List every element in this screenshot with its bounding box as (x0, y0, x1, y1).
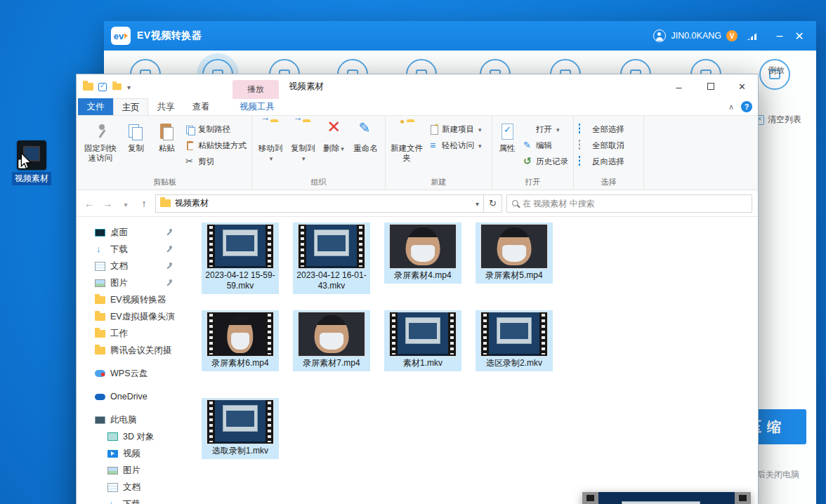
delete-button[interactable]: 删除 (320, 120, 347, 156)
breadcrumb[interactable]: 视频素材 (155, 194, 484, 213)
edit-button[interactable]: 编辑 (520, 138, 570, 153)
sidebar-item[interactable]: 下载 (77, 241, 190, 258)
open-button[interactable]: 打开 (520, 122, 570, 137)
paste-button[interactable]: 粘贴 (152, 120, 181, 155)
ev-user-account[interactable]: JIN0.0KANG V (653, 29, 738, 42)
properties-button[interactable]: 属性 (495, 120, 519, 155)
thumbnail-frame (306, 225, 357, 268)
copy-to-label: 复制到 (289, 143, 317, 164)
sidebar-item[interactable]: EV虚拟摄像头演 (77, 308, 190, 325)
qat-properties-icon[interactable] (98, 83, 107, 91)
file-item[interactable]: 2023-04-12 16-01-43.mkv (293, 223, 370, 294)
search-box[interactable] (506, 194, 752, 213)
new-item-button[interactable]: 新建项目 (426, 122, 484, 137)
drag-preview-filmstrip[interactable]: 左键 左键 (582, 492, 751, 504)
file-item[interactable]: 录屏素材7.mp4 (293, 310, 370, 371)
up-icon[interactable] (137, 198, 151, 209)
sidebar-item-icon (107, 450, 118, 458)
ribbon-group-new: 新建文件夹 新建项目 轻松访问 新建 (386, 116, 492, 190)
cut-button[interactable]: 剪切 (183, 154, 249, 169)
qat-new-folder-icon[interactable] (112, 84, 122, 90)
file-thumbnail (390, 225, 456, 268)
file-item[interactable]: 录屏素材5.mp4 (476, 223, 553, 284)
ev-shutdown-after-label[interactable]: 后关闭电脑 (757, 469, 799, 481)
paste-shortcut-button[interactable]: 粘贴快捷方式 (183, 138, 249, 153)
ev-clear-list-button[interactable]: 清空列表 (756, 114, 801, 126)
history-icon (523, 157, 533, 167)
new-folder-button[interactable]: 新建文件夹 (388, 120, 425, 165)
sidebar-item-icon (95, 245, 105, 254)
easy-access-label: 轻松访问 (442, 140, 474, 151)
tab-file[interactable]: 文件 (78, 98, 113, 115)
file-item[interactable]: 2023-04-12 15-59-59.mkv (202, 223, 279, 294)
file-item[interactable]: 录屏素材4.mp4 (384, 223, 461, 284)
tab-view[interactable]: 查看 (183, 98, 218, 115)
sidebar-item[interactable]: 图片 (77, 274, 190, 291)
thumbnail-frame (215, 225, 266, 268)
sidebar-item[interactable]: 下载 (77, 496, 190, 504)
invert-selection-button[interactable]: 反向选择 (577, 154, 627, 169)
ev-close-button[interactable] (789, 29, 809, 43)
sidebar-item[interactable]: 视频 (77, 445, 190, 462)
close-button[interactable] (726, 74, 758, 98)
file-item[interactable]: 选取录制1.mkv (202, 398, 279, 459)
refresh-icon[interactable] (484, 194, 502, 213)
signal-icon[interactable] (747, 32, 759, 40)
sidebar-item[interactable]: 此电脑 (77, 411, 190, 428)
history-button[interactable]: 历史记录 (520, 154, 570, 169)
sidebar-item[interactable]: 文档 (77, 258, 190, 274)
maximize-button[interactable] (695, 74, 726, 98)
file-thumbnail (207, 400, 273, 444)
file-thumbnail (481, 225, 547, 268)
ribbon-group-clipboard: 固定到快速访问 复制 粘贴 复制路径 粘贴 (78, 116, 252, 190)
tab-share[interactable]: 共享 (148, 98, 183, 115)
sidebar-item[interactable]: OneDrive (77, 388, 190, 405)
explorer-titlebar: 播放 视频素材 (77, 74, 758, 99)
sidebar-item[interactable]: 图片 (77, 462, 190, 479)
pin-icon (166, 246, 172, 253)
thumbnail-frame (398, 312, 448, 356)
rename-icon (355, 122, 375, 142)
recent-locations-icon[interactable] (119, 198, 133, 209)
breadcrumb-dropdown-icon[interactable] (476, 199, 479, 208)
tab-home[interactable]: 主页 (113, 98, 148, 115)
rename-button[interactable]: 重命名 (349, 120, 382, 155)
help-icon[interactable]: ? (741, 101, 752, 112)
search-input[interactable] (523, 199, 747, 208)
back-icon[interactable] (82, 198, 96, 209)
qat-customize-arrow-icon[interactable] (127, 82, 131, 92)
pin-to-quick-access-button[interactable]: 固定到快速访问 (81, 120, 120, 165)
mouse-cursor (20, 153, 32, 170)
file-name: 录屏素材7.mp4 (303, 358, 360, 369)
minimize-button[interactable] (663, 74, 695, 98)
file-item[interactable]: 录屏素材6.mp4 (202, 310, 279, 371)
quick-access-toolbar (77, 82, 131, 92)
search-icon (512, 200, 518, 206)
sidebar-item-label: 腾讯会议关闭摄 (110, 345, 172, 357)
sidebar-item[interactable]: 3D 对象 (77, 428, 190, 445)
sidebar-item[interactable]: 工作 (77, 325, 190, 342)
copy-button[interactable]: 复制 (122, 120, 151, 155)
select-all-button[interactable]: 全部选择 (577, 122, 627, 137)
file-item[interactable]: 选区录制2.mkv (476, 310, 553, 371)
easy-access-button[interactable]: 轻松访问 (426, 138, 484, 153)
sidebar-item-icon (107, 483, 118, 492)
copy-path-button[interactable]: 复制路径 (183, 122, 249, 137)
forward-icon[interactable] (100, 198, 114, 209)
ribbon-collapse-icon[interactable] (728, 102, 734, 112)
file-name: 录屏素材6.mp4 (211, 358, 268, 369)
ev-minimize-button[interactable] (770, 29, 789, 42)
ribbon: 固定到快速访问 复制 粘贴 复制路径 粘贴 (77, 116, 758, 190)
copy-to-button[interactable]: 复制到 (287, 120, 318, 166)
sidebar-item[interactable]: WPS云盘 (77, 365, 190, 382)
select-none-button[interactable]: 全部取消 (577, 138, 627, 153)
sidebar-item[interactable]: 腾讯会议关闭摄 (77, 342, 190, 359)
file-item[interactable]: 素材1.mkv (384, 310, 461, 371)
video-tools-play-chip[interactable]: 播放 (232, 80, 279, 99)
sidebar-item[interactable]: 桌面 (77, 224, 190, 241)
filmstrip-edge-left (207, 225, 215, 268)
sidebar-item[interactable]: 文档 (77, 479, 190, 496)
move-to-button[interactable]: 移动到 (255, 120, 286, 166)
tab-video-tools[interactable]: 视频工具 (234, 98, 280, 115)
sidebar-item[interactable]: EV视频转换器 (77, 291, 190, 308)
